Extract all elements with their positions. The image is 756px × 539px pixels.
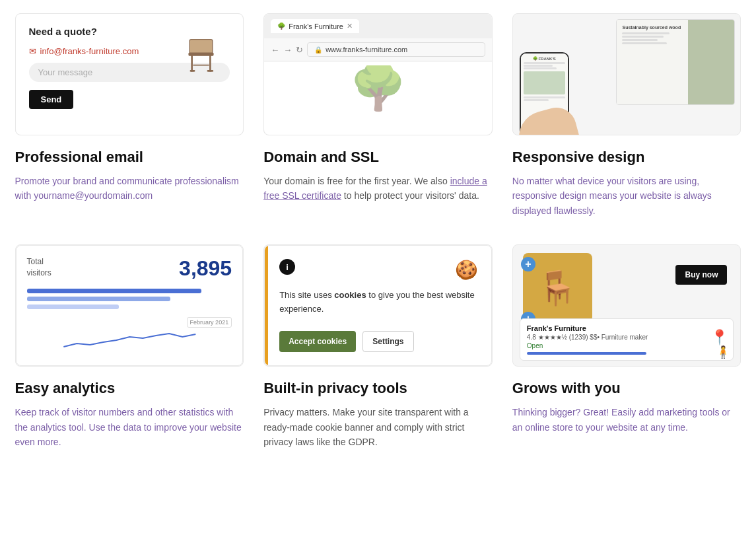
privacy-tools-title: Built-in privacy tools bbox=[263, 380, 493, 397]
svg-text:🌳: 🌳 bbox=[349, 65, 407, 114]
feature-professional-email: Need a quote? ✉ info@franks-furniture.co… bbox=[15, 13, 244, 218]
map-business-name: Frank's Furniture bbox=[527, 324, 727, 332]
analytics-bars bbox=[27, 289, 232, 309]
lock-icon: 🔒 bbox=[314, 46, 322, 54]
url-text: www.franks-furniture.com bbox=[326, 46, 407, 54]
feature-grows-with-you: 🪑 + + Buy now Frank's Furniture 4.8 ★★★★… bbox=[512, 244, 741, 449]
map-status: Open bbox=[527, 342, 727, 349]
map-card: Frank's Furniture 4.8 ★★★★½ (1239) $$• F… bbox=[520, 318, 734, 361]
professional-email-desc: Promote your brand and communicate profe… bbox=[15, 174, 244, 203]
professional-email-title: Professional email bbox=[15, 149, 244, 166]
nav-back-icon[interactable]: ← bbox=[271, 45, 279, 55]
url-input[interactable]: 🔒 www.franks-furniture.com bbox=[307, 42, 485, 57]
map-progress-bar bbox=[527, 352, 647, 355]
info-icon: i bbox=[279, 259, 295, 275]
feature-privacy-tools: i 🍪 This site uses cookies to give you t… bbox=[263, 244, 493, 449]
tree-website-logo: 🌳 bbox=[338, 65, 417, 131]
buy-now-button-mock[interactable]: Buy now bbox=[675, 265, 727, 285]
grows-mockup-box: 🪑 + + Buy now Frank's Furniture 4.8 ★★★★… bbox=[512, 244, 741, 367]
analytics-label: Totalvisitors bbox=[27, 256, 52, 279]
tree-favicon: 🌳 bbox=[277, 22, 285, 30]
domain-mockup-box: 🌳 Frank's Furniture ✕ ← → ↻ 🔒 www.franks… bbox=[263, 13, 493, 135]
privacy-buttons: Accept cookies Settings bbox=[279, 331, 478, 352]
nav-refresh-icon[interactable]: ↻ bbox=[296, 45, 303, 55]
desktop-preview: Sustainably sourced wood bbox=[616, 19, 735, 105]
browser-bar: 🌳 Frank's Furniture ✕ bbox=[264, 14, 492, 38]
plus-icon-top[interactable]: + bbox=[521, 257, 535, 271]
privacy-accent-bar bbox=[265, 246, 268, 365]
analytics-label-box: Totalvisitors bbox=[27, 256, 52, 279]
domain-ssl-desc: Your domain is free for the first year. … bbox=[263, 174, 493, 203]
phone-mockup: 🌳 FRANK'S bbox=[520, 52, 569, 135]
settings-button[interactable]: Settings bbox=[362, 331, 413, 352]
professional-email-text: Promote your brand and communicate profe… bbox=[15, 176, 239, 201]
svg-rect-0 bbox=[189, 40, 213, 54]
browser-tab: 🌳 Frank's Furniture ✕ bbox=[271, 19, 359, 33]
browser-tab-label: Frank's Furniture bbox=[289, 22, 343, 30]
envelope-icon: ✉ bbox=[29, 46, 36, 56]
chart-period-label: February 2021 bbox=[187, 317, 232, 328]
analytics-chart: February 2021 bbox=[27, 317, 232, 350]
ssl-certificate-link[interactable]: include a free SSL certificate bbox=[263, 176, 487, 201]
analytics-mockup-box: Totalvisitors 3,895 February 2021 bbox=[15, 244, 244, 367]
map-pin-icon: 📍 bbox=[710, 329, 728, 346]
feature-domain-ssl: 🌳 Frank's Furniture ✕ ← → ↻ 🔒 www.franks… bbox=[263, 13, 493, 218]
chart-line-svg bbox=[27, 324, 232, 350]
analytics-header: Totalvisitors 3,895 bbox=[27, 256, 232, 281]
map-rating: 4.8 ★★★★½ (1239) $$• Furniture maker bbox=[527, 334, 727, 341]
url-bar: ← → ↻ 🔒 www.franks-furniture.com bbox=[264, 38, 492, 61]
feature-easy-analytics: Totalvisitors 3,895 February 2021 Easy a bbox=[15, 244, 244, 449]
tab-close-icon[interactable]: ✕ bbox=[347, 22, 353, 30]
send-button[interactable]: Send bbox=[29, 90, 74, 109]
cookie-icon: 🍪 bbox=[455, 259, 478, 281]
features-grid: Need a quote? ✉ info@franks-furniture.co… bbox=[15, 13, 741, 449]
accept-cookies-button[interactable]: Accept cookies bbox=[279, 331, 356, 352]
easy-analytics-desc: Keep track of visitor numbers and other … bbox=[15, 405, 244, 449]
responsive-design-desc: No matter what device your visitors are … bbox=[512, 174, 741, 218]
feature-responsive-design: Sustainably sourced wood bbox=[512, 13, 741, 218]
analytics-value: 3,895 bbox=[179, 256, 232, 281]
browser-content: 🌳 bbox=[264, 61, 492, 135]
chair-illustration bbox=[183, 34, 219, 77]
privacy-text: This site uses cookies to give you the b… bbox=[279, 289, 478, 320]
privacy-icon-row: i 🍪 bbox=[279, 259, 478, 281]
grows-with-you-title: Grows with you bbox=[512, 380, 741, 397]
grows-with-you-desc: Thinking bigger? Great! Easily add marke… bbox=[512, 405, 741, 435]
email-mockup-box: Need a quote? ✉ info@franks-furniture.co… bbox=[15, 13, 244, 135]
nav-forward-icon[interactable]: → bbox=[283, 45, 292, 55]
email-address: info@franks-furniture.com bbox=[40, 46, 139, 56]
easy-analytics-title: Easy analytics bbox=[15, 380, 244, 397]
responsive-mockup-box: Sustainably sourced wood bbox=[512, 13, 741, 135]
domain-ssl-title: Domain and SSL bbox=[263, 149, 493, 166]
privacy-tools-desc: Privacy matters. Make your site transpar… bbox=[263, 405, 493, 449]
responsive-design-title: Responsive design bbox=[512, 149, 741, 166]
privacy-mockup-box: i 🍪 This site uses cookies to give you t… bbox=[263, 244, 493, 367]
person-icon: 🧍 bbox=[716, 345, 730, 359]
